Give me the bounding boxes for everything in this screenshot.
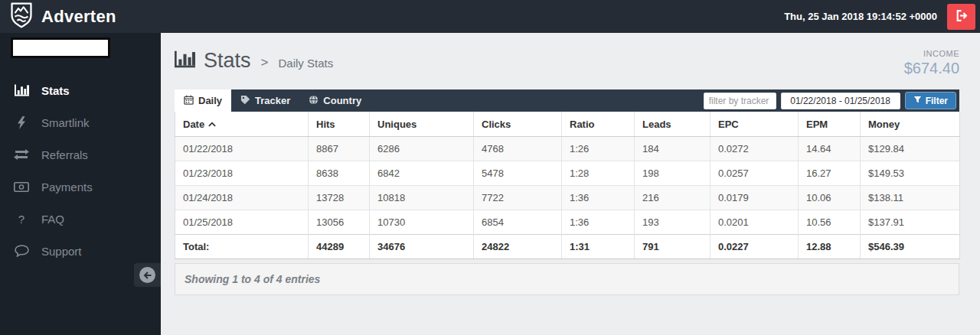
sidebar-item-label: Stats — [41, 84, 70, 97]
table-cell: 01/24/2018 — [175, 186, 309, 210]
table-body: 01/22/20188867628647681:261840.027214.64… — [175, 137, 960, 235]
redacted-account-box — [11, 37, 110, 58]
banknote-icon — [13, 182, 30, 192]
page-title: Stats — [204, 49, 251, 73]
table-cell: 01/25/2018 — [175, 210, 309, 235]
column-header-ratio[interactable]: Ratio — [562, 112, 635, 137]
sort-asc-icon — [208, 118, 216, 129]
logout-button[interactable] — [947, 4, 975, 30]
sidebar-menu: Stats Smartlink Referrals — [0, 74, 161, 267]
arrow-left-circle-icon — [139, 267, 155, 283]
sidebar-item-payments[interactable]: Payments — [0, 171, 161, 203]
lightning-icon — [13, 116, 30, 129]
column-header-clicks[interactable]: Clicks — [474, 112, 562, 137]
table-cell: 14.64 — [799, 137, 861, 161]
tab-daily[interactable]: Daily — [175, 89, 231, 112]
table-cell: 0.0257 — [710, 161, 799, 186]
sidebar-item-support[interactable]: Support — [0, 235, 161, 267]
filter-button[interactable]: Filter — [905, 92, 956, 109]
page-subtitle: Daily Stats — [278, 57, 333, 70]
table-cell: 7722 — [474, 186, 562, 210]
table-cell: 198 — [635, 161, 710, 186]
exchange-arrows-icon — [13, 149, 30, 160]
table-cell: 1:36 — [562, 186, 635, 210]
table-cell: 0.0179 — [710, 186, 799, 210]
table-cell: 13728 — [309, 186, 370, 210]
logout-icon — [955, 9, 968, 24]
sidebar-item-referrals[interactable]: Referrals — [0, 138, 161, 171]
total-cell: Total: — [175, 235, 309, 259]
column-header-date[interactable]: Date — [175, 112, 309, 137]
column-header-money[interactable]: Money — [861, 112, 960, 137]
table-cell: 1:36 — [562, 210, 635, 235]
total-cell: 12.88 — [799, 235, 861, 259]
table-cell: 216 — [635, 186, 710, 210]
sidebar-item-label: FAQ — [41, 213, 64, 226]
tracker-filter-input[interactable] — [704, 93, 776, 109]
sidebar-item-label: Referrals — [41, 148, 88, 161]
income-value: $674.40 — [904, 60, 959, 77]
table-info: Showing 1 to 4 of 4 entries — [175, 263, 959, 295]
table-cell: 10730 — [370, 210, 474, 235]
table-header-row: Date Hits Uniques Clicks Ratio Leads EPC… — [175, 112, 960, 137]
column-header-epc[interactable]: EPC — [710, 112, 799, 137]
current-datetime: Thu, 25 Jan 2018 19:14:52 +0000 — [784, 11, 937, 22]
table-cell: 10818 — [370, 186, 474, 210]
table-cell: 1:28 — [562, 161, 635, 186]
total-cell: 791 — [635, 235, 710, 259]
table-row: 01/25/2018130561073068541:361930.020110.… — [175, 210, 960, 235]
sidebar-item-label: Support — [41, 245, 82, 258]
tag-icon — [240, 95, 250, 107]
breadcrumb: Stats > Daily Stats — [175, 49, 333, 73]
table-cell: 6286 — [370, 137, 474, 161]
tab-label: Country — [323, 95, 361, 106]
bar-chart-icon — [13, 84, 30, 96]
brand[interactable]: Adverten — [0, 2, 116, 31]
filter-button-label: Filter — [926, 96, 948, 106]
sidebar-collapse-button[interactable] — [134, 263, 161, 287]
table-cell: $129.84 — [861, 137, 960, 161]
column-header-leads[interactable]: Leads — [635, 112, 710, 137]
sidebar-item-smartlink[interactable]: Smartlink — [0, 106, 161, 138]
table-cell: 01/23/2018 — [175, 161, 309, 186]
total-cell: 1:31 — [562, 235, 635, 259]
table-cell: 10.06 — [799, 186, 861, 210]
total-cell: $546.39 — [861, 235, 960, 259]
question-icon: ? — [13, 213, 30, 226]
table-cell: $137.91 — [861, 210, 960, 235]
column-header-epm[interactable]: EPM — [799, 112, 861, 137]
tab-bar: Daily Tracker — [175, 89, 959, 112]
table-cell: 1:26 — [562, 137, 635, 161]
table-cell: 6854 — [474, 210, 562, 235]
table-cell: 13056 — [309, 210, 370, 235]
shield-logo-icon — [10, 2, 33, 31]
sidebar-item-label: Smartlink — [41, 116, 90, 129]
table-cell: 0.0272 — [710, 137, 799, 161]
chat-bubble-icon — [13, 245, 30, 257]
table-cell: 10.56 — [799, 210, 861, 235]
table-cell: 8638 — [309, 161, 370, 186]
sidebar-item-label: Payments — [41, 181, 93, 194]
date-range-input[interactable] — [781, 93, 900, 109]
tab-tracker[interactable]: Tracker — [231, 89, 299, 112]
table-cell: 193 — [635, 210, 710, 235]
sidebar: Stats Smartlink Referrals — [0, 33, 161, 335]
tab-label: Daily — [198, 95, 222, 106]
sidebar-item-faq[interactable]: ? FAQ — [0, 203, 161, 235]
income-label: INCOME — [904, 49, 959, 58]
table-cell: 16.27 — [799, 161, 861, 186]
table-cell: 0.0201 — [710, 210, 799, 235]
tab-country[interactable]: Country — [299, 89, 371, 112]
calendar-icon — [184, 95, 194, 107]
sidebar-item-stats[interactable]: Stats — [0, 74, 161, 106]
column-header-uniques[interactable]: Uniques — [370, 112, 474, 137]
table-total-row: Total:4428934676248221:317910.022712.88$… — [175, 235, 960, 259]
breadcrumb-separator: > — [260, 55, 270, 70]
total-cell: 0.0227 — [710, 235, 799, 259]
total-cell: 34676 — [370, 235, 474, 259]
topbar: Adverten Thu, 25 Jan 2018 19:14:52 +0000 — [0, 0, 980, 33]
total-cell: 24822 — [474, 235, 562, 259]
globe-icon — [309, 95, 318, 107]
column-header-hits[interactable]: Hits — [309, 112, 370, 137]
tab-label: Tracker — [255, 95, 290, 106]
